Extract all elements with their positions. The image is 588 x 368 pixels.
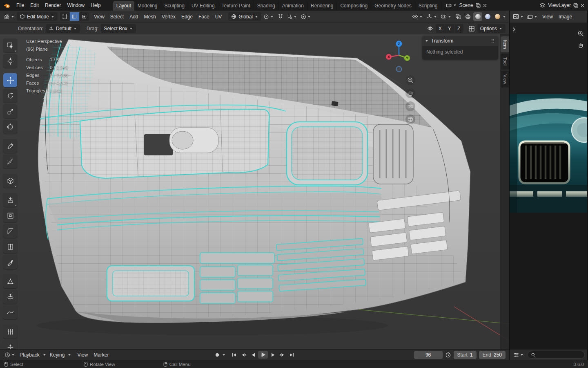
image-zoom-icon[interactable]: [577, 30, 584, 38]
viewport-menu-view[interactable]: View: [91, 12, 107, 21]
workspace-tab-scripting[interactable]: Scripting: [415, 1, 441, 11]
tool-extrude-region[interactable]: [3, 193, 17, 207]
tool-transform[interactable]: [3, 120, 17, 134]
tool-cursor[interactable]: [3, 54, 17, 68]
viewport-menu-edge[interactable]: Edge: [179, 12, 195, 21]
gizmo-negz-axis[interactable]: [396, 67, 402, 72]
menu-file[interactable]: File: [13, 1, 27, 9]
image-editor-canvas[interactable]: [510, 23, 587, 349]
zoom-icon[interactable]: [405, 75, 415, 85]
snap-toggle-button[interactable]: [276, 12, 285, 21]
image-editor-type-button[interactable]: [512, 12, 525, 21]
tool-loop-cut[interactable]: [3, 240, 17, 254]
unlink-scene-icon[interactable]: [483, 3, 487, 8]
tool-bevel[interactable]: [3, 224, 17, 238]
snap-target-button[interactable]: [286, 12, 298, 21]
workspace-tab-rendering[interactable]: Rendering: [307, 1, 337, 11]
shading-chevron-icon[interactable]: [503, 16, 506, 18]
timeline-menu-keying[interactable]: Keying: [47, 350, 67, 359]
workspace-tab-modeling[interactable]: Modeling: [134, 1, 161, 11]
play-button[interactable]: [258, 351, 268, 359]
edge-select-button[interactable]: [70, 12, 79, 21]
prev-keyframe-button[interactable]: [239, 351, 248, 359]
sidebar-tab-tool[interactable]: Tool: [501, 54, 509, 69]
panel-grip-icon[interactable]: [490, 38, 495, 43]
shading-material-button[interactable]: [483, 12, 492, 21]
properties-editor-type-button[interactable]: [512, 350, 525, 359]
navigation-gizmo[interactable]: Z X Y: [385, 40, 413, 78]
tool-smooth[interactable]: [3, 305, 17, 319]
drag-dropdown[interactable]: Select Box: [101, 24, 136, 33]
properties-search[interactable]: [528, 351, 585, 359]
viewport-menu-vertex[interactable]: Vertex: [159, 12, 178, 21]
tool-rotate[interactable]: [3, 89, 17, 103]
mode-dropdown[interactable]: Edit Mode: [17, 12, 58, 21]
editor-type-button[interactable]: [2, 12, 16, 21]
shading-wireframe-button[interactable]: [463, 12, 472, 21]
current-frame-field[interactable]: 96: [414, 351, 443, 359]
viewport-menu-mesh[interactable]: Mesh: [142, 12, 158, 21]
start-frame-field[interactable]: Start1: [454, 351, 477, 359]
visibility-dropdown-button[interactable]: [411, 12, 424, 21]
properties-search-input[interactable]: [538, 352, 581, 357]
shading-rendered-button[interactable]: [493, 12, 502, 21]
pan-hand-icon[interactable]: [405, 88, 415, 98]
options-dropdown[interactable]: Options: [477, 24, 506, 33]
remove-viewlayer-icon[interactable]: [580, 3, 585, 8]
tool-edge-slide[interactable]: [3, 325, 17, 339]
mirror-x-button[interactable]: X: [436, 24, 445, 33]
proportional-editing-button[interactable]: [299, 12, 312, 21]
workspace-tab-sculpting[interactable]: Sculpting: [161, 1, 188, 11]
snap-base-icon[interactable]: [468, 25, 475, 32]
face-select-button[interactable]: [80, 12, 89, 21]
image-menu-image[interactable]: Image: [556, 12, 575, 21]
blender-logo-icon[interactable]: [3, 2, 11, 9]
orientation-setting-dropdown[interactable]: Default: [46, 24, 80, 33]
new-scene-icon[interactable]: [476, 3, 481, 8]
menu-window[interactable]: Window: [64, 1, 87, 9]
timeline-editor-type-button[interactable]: [3, 350, 16, 359]
xray-toggle-button[interactable]: [454, 12, 463, 21]
transform-orientation-dropdown[interactable]: Global: [228, 12, 261, 21]
scene-icon[interactable]: [446, 2, 452, 8]
workspace-tab-shading[interactable]: Shading: [254, 1, 279, 11]
camera-view-icon[interactable]: [405, 101, 415, 111]
tool-poly-build[interactable]: [3, 274, 17, 288]
workspace-tab-geometry-nodes[interactable]: Geometry Nodes: [371, 1, 415, 11]
viewport-menu-select[interactable]: Select: [108, 12, 126, 21]
viewport-menu-face[interactable]: Face: [196, 12, 212, 21]
image-pan-icon[interactable]: [577, 42, 584, 50]
menu-help[interactable]: Help: [88, 1, 104, 9]
sidebar-expand-icon[interactable]: [512, 27, 516, 33]
timeline-menu-marker[interactable]: Marker: [91, 350, 111, 359]
mirror-y-button[interactable]: Y: [445, 24, 454, 33]
timeline-menu-playback[interactable]: Playback: [17, 350, 42, 359]
transform-panel-header[interactable]: Transform: [422, 36, 498, 46]
tool-scale[interactable]: [3, 104, 17, 118]
auto-key-button[interactable]: [213, 351, 221, 359]
scene-browse-chevron-icon[interactable]: [453, 4, 457, 7]
stopwatch-icon[interactable]: [445, 352, 451, 358]
image-menu-view[interactable]: View: [540, 12, 555, 21]
workspace-tab-compositing[interactable]: Compositing: [337, 1, 371, 11]
viewport-canvas[interactable]: [0, 34, 509, 349]
tool-select-box[interactable]: [3, 38, 17, 52]
menu-render[interactable]: Render: [42, 1, 64, 9]
vertex-select-button[interactable]: [60, 12, 69, 21]
viewport-3d[interactable]: User Perspective (96) Plane Objects1 / 6…: [0, 34, 509, 349]
overlays-dropdown-button[interactable]: [439, 12, 453, 21]
tool-measure[interactable]: [3, 155, 17, 168]
jump-to-end-button[interactable]: [287, 351, 296, 359]
viewlayer-name[interactable]: ViewLayer: [547, 2, 572, 8]
sidebar-tab-item[interactable]: Item: [501, 36, 509, 52]
workspace-tab-layout[interactable]: Layout: [113, 1, 134, 11]
tool-inset-faces[interactable]: [3, 209, 17, 222]
image-browse-button[interactable]: [526, 12, 539, 21]
new-viewlayer-icon[interactable]: [573, 3, 579, 8]
tool-add-cube[interactable]: [3, 174, 17, 188]
workspace-tab-texture-paint[interactable]: Texture Paint: [218, 1, 254, 11]
viewport-menu-uv[interactable]: UV: [213, 12, 225, 21]
ortho-grid-icon[interactable]: [405, 114, 415, 124]
workspace-tab-uv-editing[interactable]: UV Editing: [188, 1, 218, 11]
pivot-point-button[interactable]: [262, 12, 275, 21]
